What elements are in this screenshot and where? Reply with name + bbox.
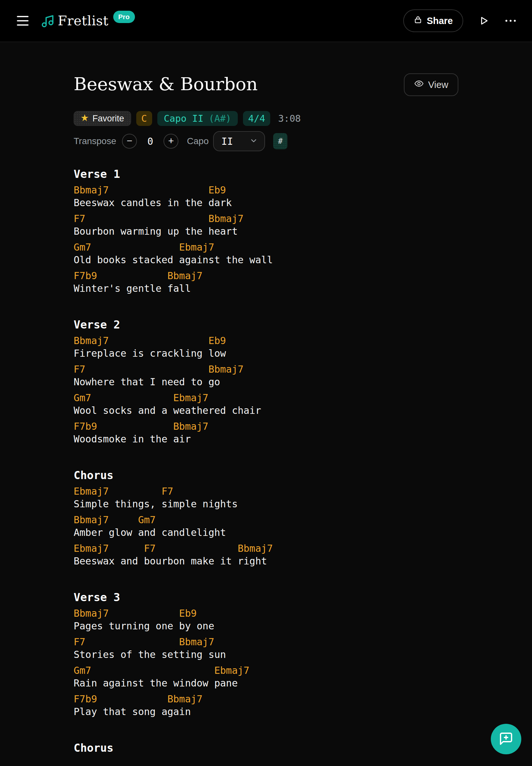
section-heading: Chorus	[74, 741, 458, 755]
lyric-line: Old books stacked against the wall	[74, 253, 458, 266]
capo-badge: Capo II (A#)	[157, 111, 238, 126]
play-icon	[478, 15, 489, 26]
capo-badge-note: (A#)	[209, 113, 231, 124]
eye-icon	[414, 79, 424, 91]
chord-line: Bbmaj7 Gm7	[74, 514, 458, 526]
lyric-line: Simple things, simple nights	[74, 498, 458, 510]
chord-line: Gm7 Ebmaj7	[74, 241, 458, 253]
chord-line: F7 Bbmaj7	[74, 636, 458, 648]
lyric-line: Pages turning one by one	[74, 620, 458, 632]
app-name: Fretlist	[58, 13, 109, 29]
lyric-line: Nowhere that I need to go	[74, 375, 458, 388]
chord-line: Bbmaj7 Eb9	[74, 607, 458, 620]
song-title: Beeswax & Bourbon	[74, 73, 258, 95]
chord-lyric-line: F7 Bbmaj7Nowhere that I need to go	[74, 363, 458, 388]
menu-icon[interactable]	[17, 16, 29, 26]
chord-lyric-line: F7b9 Bbmaj7Play that song again	[74, 693, 458, 718]
chord-line: Gm7 Ebmaj7	[74, 664, 458, 677]
sharp-toggle-button[interactable]: #	[273, 133, 287, 149]
section-heading: Verse 2	[74, 317, 458, 332]
chord-line: Bbmaj7 Eb9	[74, 334, 458, 347]
lyric-line: Beeswax and bourbon make it right	[74, 555, 458, 567]
chord-line: Ebmaj7 F7 Bbmaj7	[74, 542, 458, 555]
song-sections: Verse 1Bbmaj7 Eb9Beeswax candles in the …	[74, 167, 458, 755]
lyric-line: Winter's gentle fall	[74, 282, 458, 295]
capo-badge-main: Capo II	[164, 113, 203, 124]
chord-line: Bbmaj7 Eb9	[74, 184, 458, 196]
lyric-line: Wool socks and a weathered chair	[74, 404, 458, 417]
chat-fab-button[interactable]	[491, 724, 521, 754]
capo-select-value: II	[221, 136, 233, 147]
transpose-label: Transpose	[74, 136, 116, 146]
more-options-button[interactable]	[505, 20, 516, 22]
song-section: ChorusEbmaj7 F7Simple things, simple nig…	[74, 468, 458, 567]
chord-line: F7b9 Bbmaj7	[74, 693, 458, 705]
song-section: Verse 3Bbmaj7 Eb9Pages turning one by on…	[74, 590, 458, 718]
favorite-label: Favorite	[92, 114, 124, 124]
lyric-line: Woodsmoke in the air	[74, 433, 458, 445]
chevron-down-icon	[249, 136, 258, 146]
chat-bubble-plus-icon	[498, 731, 514, 748]
lyric-line: Rain against the window pane	[74, 677, 458, 689]
lyric-line: Play that song again	[74, 705, 458, 718]
song-section: Verse 1Bbmaj7 Eb9Beeswax candles in the …	[74, 167, 458, 295]
lyric-line: Fireplace is crackling low	[74, 347, 458, 359]
capo-select[interactable]: II	[213, 131, 265, 151]
time-signature-badge: 4/4	[243, 111, 270, 126]
chord-lyric-line: Bbmaj7 Eb9Pages turning one by one	[74, 607, 458, 632]
section-heading: Verse 1	[74, 167, 458, 181]
chord-line: Gm7 Ebmaj7	[74, 392, 458, 404]
transpose-value: 0	[147, 136, 153, 147]
transpose-minus-button[interactable]: −	[122, 134, 137, 149]
song-view: Beeswax & Bourbon View ★ Favorite C Capo…	[0, 42, 532, 755]
capo-label: Capo	[187, 136, 209, 146]
song-duration: 3:08	[278, 113, 301, 124]
chord-line: F7b9 Bbmaj7	[74, 420, 458, 433]
lyric-line: Bourbon warming up the heart	[74, 225, 458, 237]
chord-lyric-line: Bbmaj7 Eb9Fireplace is crackling low	[74, 334, 458, 359]
chord-lyric-line: F7 Bbmaj7Bourbon warming up the heart	[74, 212, 458, 237]
chord-lyric-line: F7b9 Bbmaj7Woodsmoke in the air	[74, 420, 458, 445]
favorite-badge[interactable]: ★ Favorite	[74, 111, 131, 126]
play-button[interactable]	[478, 15, 489, 26]
chord-line: F7b9 Bbmaj7	[74, 269, 458, 282]
chord-lyric-line: Gm7 Ebmaj7Rain against the window pane	[74, 664, 458, 689]
song-section: Chorus	[74, 741, 458, 755]
share-button[interactable]: Share	[403, 9, 463, 32]
chord-lyric-line: Ebmaj7 F7Simple things, simple nights	[74, 485, 458, 510]
music-note-icon	[40, 14, 54, 28]
lyric-line: Beeswax candles in the dark	[74, 196, 458, 209]
chord-lyric-line: Bbmaj7 Eb9Beeswax candles in the dark	[74, 184, 458, 209]
song-badges: ★ Favorite C Capo II (A#) 4/4 3:08	[74, 111, 458, 126]
chord-lyric-line: F7b9 Bbmaj7Winter's gentle fall	[74, 269, 458, 295]
section-heading: Chorus	[74, 468, 458, 482]
chord-lyric-line: F7 Bbmaj7Stories of the setting sun	[74, 636, 458, 661]
lock-icon	[414, 15, 422, 26]
chord-lyric-line: Bbmaj7 Gm7Amber glow and candlelight	[74, 514, 458, 539]
app-header: Fretlist Pro Share	[0, 0, 532, 42]
star-icon: ★	[80, 113, 89, 123]
lyric-line: Stories of the setting sun	[74, 648, 458, 661]
section-heading: Verse 3	[74, 590, 458, 604]
chord-lyric-line: Gm7 Ebmaj7Old books stacked against the …	[74, 241, 458, 266]
ellipsis-icon	[505, 20, 507, 22]
transpose-plus-button[interactable]: +	[163, 134, 178, 149]
app-logo[interactable]: Fretlist Pro	[40, 13, 135, 29]
share-label: Share	[427, 16, 453, 26]
lyric-line: Amber glow and candlelight	[74, 526, 458, 539]
pro-badge: Pro	[113, 11, 135, 23]
transpose-controls: Transpose − 0 + Capo II #	[74, 131, 458, 151]
view-label: View	[428, 79, 448, 90]
song-section: Verse 2Bbmaj7 Eb9Fireplace is crackling …	[74, 317, 458, 445]
chord-lyric-line: Gm7 Ebmaj7Wool socks and a weathered cha…	[74, 392, 458, 417]
chord-line: Ebmaj7 F7	[74, 485, 458, 498]
chord-lyric-line: Ebmaj7 F7 Bbmaj7Beeswax and bourbon make…	[74, 542, 458, 567]
key-badge: C	[136, 111, 152, 126]
chord-line: F7 Bbmaj7	[74, 212, 458, 225]
view-button[interactable]: View	[404, 73, 458, 96]
chord-line: F7 Bbmaj7	[74, 363, 458, 375]
